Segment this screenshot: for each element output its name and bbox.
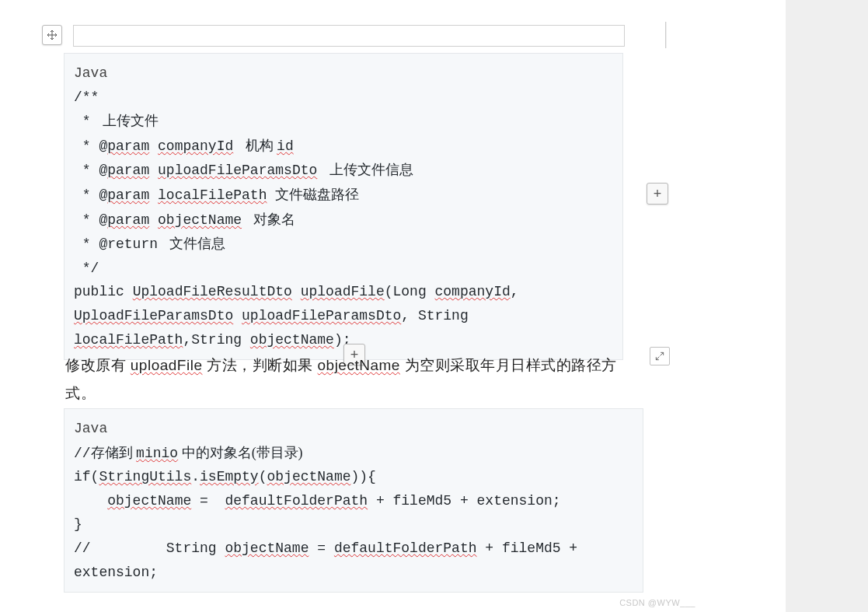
code-lines-1: /** * 上传文件 * @param companyId 机构 id * @p… bbox=[74, 86, 613, 352]
code-line: * 上传文件 bbox=[74, 109, 613, 134]
right-sidebar bbox=[786, 0, 868, 612]
code-line: * @param localFilePath 文件磁盘路径 bbox=[74, 183, 613, 208]
move-handle[interactable] bbox=[42, 25, 62, 45]
code-lang-label: Java bbox=[74, 61, 613, 86]
code-lang-label: Java bbox=[74, 417, 633, 441]
code-line: } bbox=[74, 512, 633, 537]
editor-main-area: Java /** * 上传文件 * @param companyId 机构 id… bbox=[0, 0, 786, 612]
code-line: //存储到 minio 中的对象名(带目录) bbox=[74, 441, 633, 466]
code-line: objectName = defaultFolderPath + fileMd5… bbox=[74, 489, 633, 513]
code-line: * @param uploadFileParamsDto 上传文件信息 bbox=[74, 158, 613, 183]
expand-button[interactable] bbox=[650, 347, 670, 365]
add-button-side[interactable]: + bbox=[647, 183, 668, 205]
expand-icon bbox=[654, 351, 665, 362]
code-lines-2: //存储到 minio 中的对象名(带目录)if(StringUtils.isE… bbox=[74, 441, 633, 585]
code-line: extension; bbox=[74, 561, 633, 585]
move-icon bbox=[46, 29, 58, 41]
code-line: if(StringUtils.isEmpty(objectName)){ bbox=[74, 465, 633, 489]
code-line: */ bbox=[74, 257, 613, 281]
table-input-area[interactable] bbox=[73, 25, 625, 47]
plus-icon: + bbox=[654, 186, 662, 202]
code-line: * @param objectName 对象名 bbox=[74, 208, 613, 233]
divider bbox=[665, 22, 667, 48]
code-line: // String objectName = defaultFolderPath… bbox=[74, 537, 633, 561]
code-line: * @param companyId 机构 id bbox=[74, 134, 613, 159]
code-block-java-2[interactable]: Java //存储到 minio 中的对象名(带目录)if(StringUtil… bbox=[64, 408, 643, 593]
code-block-java-1[interactable]: Java /** * 上传文件 * @param companyId 机构 id… bbox=[64, 53, 623, 360]
code-line: public UploadFileResultDto uploadFile(Lo… bbox=[74, 280, 613, 304]
code-line: UploadFileParamsDto uploadFileParamsDto,… bbox=[74, 304, 613, 328]
watermark-text: CSDN @WYW___ bbox=[619, 598, 695, 607]
description-text: 修改原有 uploadFile 方法，判断如果 objectName 为空则采取… bbox=[65, 351, 625, 407]
code-line: /** bbox=[74, 86, 613, 110]
code-line: * @return 文件信息 bbox=[74, 232, 613, 257]
